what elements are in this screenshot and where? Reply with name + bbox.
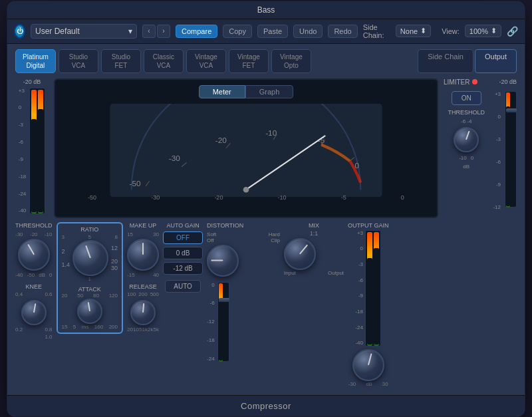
link-icon[interactable]: 🔗 [507, 25, 518, 37]
threshold-bot-scale: -40-50dB0 [15, 272, 53, 278]
side-chain-button[interactable]: Side Chain [418, 49, 473, 73]
off-label: Off [207, 237, 214, 243]
limiter-section: LIMITER -20 dB ON THRESHOLD -6-4 [444, 78, 517, 218]
limiter-db-scale: +30-3-6-9-12 [493, 91, 501, 211]
threshold-label: THRESHOLD [448, 109, 485, 116]
nav-arrows: ‹ › [142, 25, 170, 38]
graph-tab[interactable]: Graph [245, 85, 294, 98]
tab-classic-vca[interactable]: Classic VCA [144, 49, 184, 73]
mix-output-label: Output [328, 270, 344, 276]
copy-button[interactable]: Copy [223, 25, 252, 38]
meter-tabs: Meter Graph [61, 85, 432, 98]
tab-studio-vca[interactable]: Studio VCA [59, 49, 98, 73]
plugin-window: Bass ⏻ User Default ▾ ‹ › Compare Copy P… [7, 1, 525, 417]
output-gain-title: OUTPUT GAIN [348, 222, 388, 229]
auto-button[interactable]: AUTO [165, 280, 201, 293]
limiter-dot [472, 79, 477, 84]
distortion-fader-handle[interactable] [219, 298, 229, 302]
auto-gain-off-button[interactable]: OFF [163, 231, 203, 244]
ratio-knob[interactable] [72, 240, 108, 276]
threshold-top-scale: -30-20-10 [15, 231, 53, 237]
output-gain-section: OUTPUT GAIN +30-3-6-9-18-24-40 [348, 222, 388, 387]
hard-label: Hard [269, 231, 280, 237]
limiter-fader[interactable] [505, 91, 517, 208]
ratio-control: RATIO 358 21.4 122030 1 ATTACK 2050 [57, 222, 124, 334]
model-tabs-row: Platinum Digital Studio VCA Studio FET C… [15, 49, 517, 73]
tab-studio-fet[interactable]: Studio FET [101, 49, 141, 73]
preset-selector[interactable]: User Default ▾ [31, 24, 137, 39]
view-label: View: [442, 27, 460, 35]
distortion-sub: Soft Hard [207, 231, 280, 237]
makeup-scale: 1530 [127, 231, 159, 237]
tab-vintage-vca[interactable]: Vintage VCA [186, 49, 226, 73]
svg-point-14 [243, 186, 249, 192]
view-arrow-icon: ⬍ [491, 27, 497, 35]
threshold-knob[interactable] [18, 239, 50, 271]
auto-gain-title: AUTO GAIN [166, 222, 199, 229]
side-chain-selector[interactable]: None ⬍ [396, 25, 431, 37]
window-title: Bass [257, 5, 275, 15]
mix-input-label: Input [284, 270, 296, 276]
ratio-title: RATIO [80, 226, 98, 233]
output-level-meter [365, 230, 381, 347]
bottom-label: Compressor [241, 401, 291, 411]
threshold-title: THRESHOLD [15, 222, 53, 229]
knee-knob[interactable] [21, 300, 47, 325]
output-gain-scale: -30dB30 [348, 381, 388, 387]
knee-title: KNEE [26, 283, 43, 290]
attack-scale-top: 205080120 [62, 293, 118, 299]
attack-scale-bot: 155ms160200 [62, 324, 118, 330]
makeup-title: MAKE UP [130, 222, 157, 229]
limiter-label: LIMITER [444, 78, 469, 86]
distortion-knob[interactable] [207, 245, 239, 277]
attack-title: ATTACK [78, 286, 101, 293]
output-gain-knob[interactable] [352, 349, 384, 381]
nav-next-button[interactable]: › [157, 25, 170, 38]
side-chain-label: Side Chain: [363, 23, 390, 39]
release-title: RELEASE [129, 283, 157, 290]
mix-section: MIX 1:1 Input Output [284, 222, 344, 276]
view-selector[interactable]: 100% ⬍ [465, 25, 501, 37]
knee-scale: 0.40.6 [15, 291, 53, 297]
bottom-bar: Compressor [7, 395, 525, 416]
limiter-title: LIMITER -20 dB [444, 78, 517, 86]
nav-prev-button[interactable]: ‹ [142, 25, 156, 38]
paste-button[interactable]: Paste [257, 25, 288, 38]
compare-button[interactable]: Compare [176, 25, 217, 38]
ratio-top-scale: 358 [62, 234, 118, 240]
vu-meter-svg: -50 -30 -20 -10 -5 0 [61, 104, 432, 197]
limiter-on-button[interactable]: ON [452, 91, 481, 105]
auto-gain-minus12db-button[interactable]: -12 dB [163, 262, 203, 275]
soft-label: Soft [207, 231, 216, 237]
redo-button[interactable]: Redo [328, 25, 357, 38]
input-level-meter [29, 88, 45, 214]
clip-label: Clip [271, 237, 280, 243]
distortion-db-scale: 0-6-12-18-24 [207, 282, 215, 362]
auto-gain-0db-button[interactable]: 0 dB [163, 247, 203, 259]
tab-platinum-digital[interactable]: Platinum Digital [15, 49, 56, 73]
distortion-title: DISTORTION [207, 222, 280, 229]
attack-knob[interactable] [77, 299, 102, 324]
undo-button[interactable]: Undo [293, 25, 323, 38]
makeup-control: MAKE UP 1530 -1540 RELEASE 100200500 [127, 222, 159, 333]
mix-label: MIX [284, 222, 344, 229]
output-button[interactable]: Output [475, 49, 517, 73]
limiter-threshold-knob[interactable] [454, 127, 479, 152]
title-bar: Bass [7, 1, 525, 19]
limiter-fader-handle[interactable] [506, 108, 517, 112]
auto-gain-control: AUTO GAIN OFF 0 dB -12 dB AUTO [163, 222, 203, 293]
svg-text:-20: -20 [215, 136, 227, 145]
distortion-fader[interactable] [217, 282, 229, 362]
top-bar: ⏻ User Default ▾ ‹ › Compare Copy Paste … [7, 19, 525, 44]
tab-vintage-opto[interactable]: Vintage Opto [271, 49, 311, 73]
meter-tab[interactable]: Meter [199, 85, 245, 98]
tab-vintage-fet[interactable]: Vintage FET [229, 49, 269, 73]
main-body: Platinum Digital Studio VCA Studio FET C… [7, 44, 525, 395]
view-value: 100% [469, 27, 488, 35]
makeup-knob[interactable] [127, 239, 159, 271]
distortion-section: DISTORTION Soft Hard Off Clip 0-6-12-18-… [207, 222, 280, 362]
side-buttons: Side Chain Output [418, 49, 517, 73]
power-button[interactable]: ⏻ [14, 24, 25, 39]
mix-knob[interactable] [284, 238, 316, 270]
release-knob[interactable] [130, 300, 156, 325]
